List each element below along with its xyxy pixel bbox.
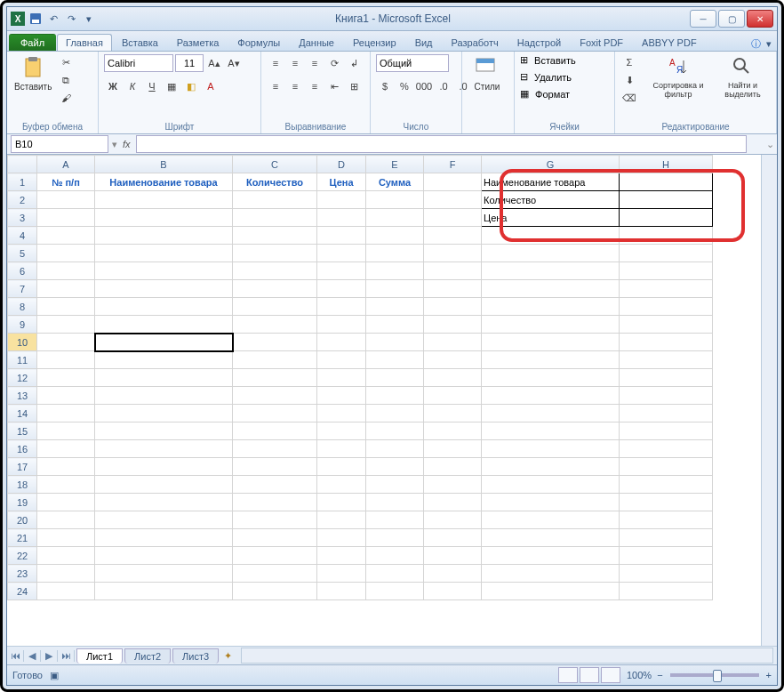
- cell[interactable]: [37, 316, 95, 334]
- cell[interactable]: [366, 262, 424, 280]
- row-header[interactable]: 22: [8, 547, 37, 565]
- cell[interactable]: [37, 511, 95, 529]
- cell[interactable]: [233, 298, 317, 316]
- wrap-icon[interactable]: ↲: [345, 54, 363, 72]
- cell[interactable]: [482, 476, 620, 494]
- row-header[interactable]: 11: [8, 351, 37, 369]
- cell[interactable]: [366, 547, 424, 565]
- view-break-icon[interactable]: [601, 667, 620, 683]
- cell[interactable]: [233, 387, 317, 405]
- cell[interactable]: [366, 583, 424, 600]
- cell[interactable]: [233, 245, 317, 262]
- tab-view[interactable]: Вид: [406, 34, 442, 51]
- cell[interactable]: [95, 298, 233, 316]
- cell[interactable]: [424, 529, 482, 547]
- row-header[interactable]: 19: [8, 494, 37, 511]
- cell[interactable]: [95, 334, 233, 351]
- cell[interactable]: [95, 494, 233, 511]
- row-header[interactable]: 17: [8, 458, 37, 476]
- cell[interactable]: [424, 351, 482, 369]
- cell[interactable]: [95, 565, 233, 583]
- cell[interactable]: [620, 209, 713, 227]
- cell[interactable]: [317, 227, 366, 245]
- zoom-out-icon[interactable]: −: [657, 670, 662, 680]
- macro-record-icon[interactable]: ▣: [50, 670, 59, 681]
- cell[interactable]: [95, 209, 233, 227]
- cell[interactable]: [482, 316, 620, 334]
- sheet-nav-first-icon[interactable]: ⏮: [7, 650, 24, 662]
- tab-home[interactable]: Главная: [57, 34, 112, 51]
- cell[interactable]: [620, 422, 713, 440]
- cell[interactable]: [620, 440, 713, 458]
- col-header[interactable]: F: [424, 156, 482, 173]
- cell[interactable]: [233, 405, 317, 422]
- cell[interactable]: [95, 440, 233, 458]
- tab-file[interactable]: Файл: [9, 34, 56, 51]
- cell[interactable]: [233, 583, 317, 600]
- sheet-tab[interactable]: Лист1: [76, 648, 123, 664]
- cell[interactable]: [424, 422, 482, 440]
- cell[interactable]: [233, 494, 317, 511]
- cell[interactable]: [37, 458, 95, 476]
- comma-icon[interactable]: 000: [415, 77, 433, 95]
- sort-filter-button[interactable]: АЯ Сортировка и фильтр: [645, 53, 711, 101]
- cell[interactable]: [424, 245, 482, 262]
- cell[interactable]: [366, 405, 424, 422]
- cell[interactable]: [317, 405, 366, 422]
- cell[interactable]: [37, 476, 95, 494]
- cell[interactable]: [366, 280, 424, 298]
- cell[interactable]: [620, 583, 713, 600]
- tab-review[interactable]: Рецензир: [344, 34, 405, 51]
- zoom-level[interactable]: 100%: [627, 670, 652, 680]
- cell[interactable]: [233, 476, 317, 494]
- minimize-button[interactable]: ─: [690, 10, 716, 28]
- format-painter-icon[interactable]: 🖌: [57, 89, 75, 107]
- row-header[interactable]: 15: [8, 422, 37, 440]
- close-button[interactable]: ✕: [747, 10, 773, 28]
- cell[interactable]: [620, 173, 713, 191]
- align-center-icon[interactable]: ≡: [286, 77, 304, 95]
- cell[interactable]: Цена: [317, 173, 366, 191]
- cell[interactable]: [95, 262, 233, 280]
- clear-icon[interactable]: ⌫: [620, 89, 638, 107]
- cell[interactable]: [233, 369, 317, 387]
- cell[interactable]: [482, 351, 620, 369]
- formula-input[interactable]: [136, 135, 747, 153]
- cell[interactable]: [424, 227, 482, 245]
- cell[interactable]: [366, 387, 424, 405]
- cell[interactable]: [37, 405, 95, 422]
- col-header[interactable]: A: [37, 156, 95, 173]
- cell[interactable]: [95, 405, 233, 422]
- cell[interactable]: [37, 298, 95, 316]
- cell[interactable]: [366, 565, 424, 583]
- cell[interactable]: [482, 369, 620, 387]
- sheet-tab[interactable]: Лист3: [172, 648, 219, 664]
- cell[interactable]: [620, 369, 713, 387]
- cell[interactable]: [424, 191, 482, 209]
- zoom-slider[interactable]: [670, 673, 759, 677]
- col-header[interactable]: E: [366, 156, 424, 173]
- cell[interactable]: [366, 227, 424, 245]
- col-header[interactable]: B: [95, 156, 233, 173]
- cell[interactable]: [233, 262, 317, 280]
- cell[interactable]: [366, 422, 424, 440]
- tab-developer[interactable]: Разработч: [443, 34, 508, 51]
- bold-button[interactable]: Ж: [104, 77, 122, 95]
- cell[interactable]: [317, 440, 366, 458]
- cell[interactable]: [37, 262, 95, 280]
- cell[interactable]: [95, 458, 233, 476]
- maximize-button[interactable]: ▢: [718, 10, 745, 28]
- cell[interactable]: [95, 369, 233, 387]
- cell[interactable]: [37, 209, 95, 227]
- cell[interactable]: [95, 547, 233, 565]
- cell[interactable]: Количество: [233, 173, 317, 191]
- cell[interactable]: [424, 547, 482, 565]
- cut-icon[interactable]: ✂: [57, 53, 75, 71]
- vertical-scrollbar[interactable]: [761, 155, 777, 646]
- styles-button[interactable]: Стили: [468, 53, 507, 93]
- cell[interactable]: [317, 262, 366, 280]
- cell[interactable]: [366, 529, 424, 547]
- cell[interactable]: [366, 334, 424, 351]
- view-layout-icon[interactable]: [580, 667, 599, 683]
- underline-button[interactable]: Ч: [143, 77, 161, 95]
